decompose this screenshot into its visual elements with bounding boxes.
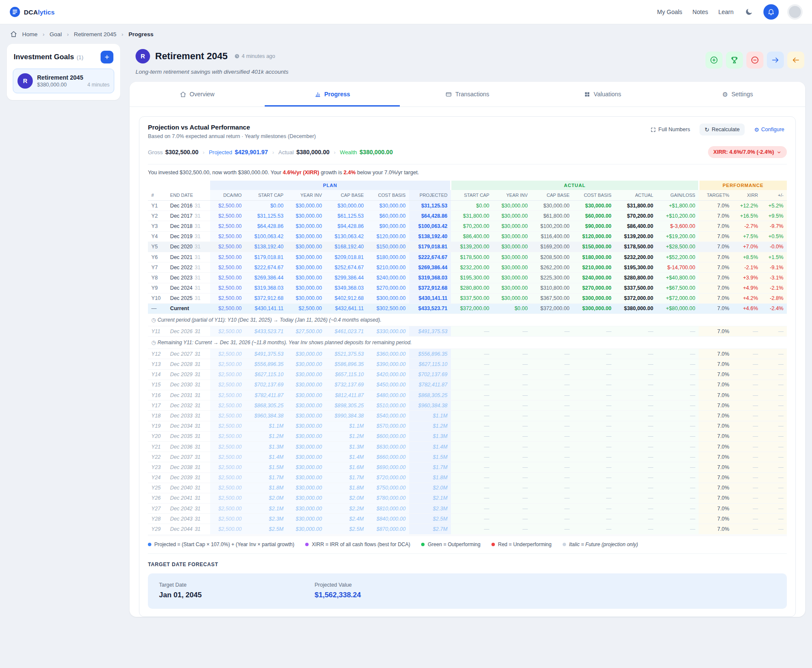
- nav-link-my-goals[interactable]: My Goals: [656, 7, 683, 17]
- configure-button[interactable]: ⚙ Configure: [751, 126, 787, 133]
- cell-cap-base: $2.2M: [325, 504, 367, 514]
- cell-row-number: Y27: [148, 504, 167, 514]
- withdraw-button[interactable]: [746, 52, 763, 69]
- breadcrumb-home[interactable]: Home: [22, 31, 38, 37]
- xirr-badge[interactable]: XIRR: 4.6%/7.0% (-2.4%): [708, 146, 787, 158]
- cell-start-cap: $1.7M: [245, 472, 287, 483]
- table-row-y29[interactable]: Y29Dec 204431$2,500.00$2.5M$30,000.00$2.…: [148, 524, 787, 534]
- moon-icon: [745, 8, 753, 16]
- cell-projected: $319,368.03: [409, 273, 451, 283]
- table-row-y11[interactable]: Y11Dec 202631$2,500.00$433,523.71$27,500…: [148, 326, 787, 337]
- cell-end-date: Dec 201631: [167, 201, 210, 211]
- expand-icon: [650, 127, 656, 132]
- cell-plus-minus: —: [761, 472, 787, 483]
- cell-gain-loss: —: [657, 441, 699, 452]
- table-row-y21[interactable]: Y21Dec 203631$2,500.00$1.3M$30,000.00$1.…: [148, 441, 787, 452]
- table-row-y16[interactable]: Y16Dec 203131$2,500.00$782,411.87$30,000…: [148, 390, 787, 400]
- cell-xirr: —: [733, 462, 762, 472]
- cell-dca-mo: $2,500.00: [210, 242, 245, 252]
- table-row-y1[interactable]: Y1Dec 201631$2,500.00$0.00$30,000.00$30,…: [148, 201, 787, 211]
- sidebar-goal-item-retirement-2045[interactable]: R Retirement 2045 $380,000.00 4 minutes: [13, 69, 114, 93]
- cell-actual: —: [615, 431, 656, 441]
- table-row-y8[interactable]: Y8Dec 202331$2,500.00$269,386.44$30,000.…: [148, 273, 787, 283]
- recalculate-button[interactable]: ↻ Recalculate: [699, 124, 745, 135]
- cell-year-inv: $30,000.00: [287, 493, 325, 503]
- cell-projected: $1.4M: [409, 441, 451, 452]
- tab-valuations[interactable]: Valuations: [535, 82, 670, 107]
- add-contribution-button[interactable]: [705, 52, 722, 69]
- goal-name: Retirement 2045: [37, 74, 110, 81]
- table-row-y12[interactable]: Y12Dec 202731$2,500.00$491,375.53$30,000…: [148, 349, 787, 359]
- table-row-y3[interactable]: Y3Dec 201831$2,500.00$64,428.86$30,000.0…: [148, 221, 787, 231]
- cell-xirr: —: [733, 504, 762, 514]
- home-icon[interactable]: [10, 31, 17, 37]
- cell-actual-start-cap: $280,800.00: [451, 283, 493, 293]
- cell-dca-mo: $2,500.00: [210, 369, 245, 380]
- target-date-forecast-panel: Target Date Jan 01, 2045 Projected Value…: [148, 573, 787, 609]
- table-row-y6[interactable]: Y6Dec 202131$2,500.00$179,018.81$30,000.…: [148, 252, 787, 262]
- add-goal-button[interactable]: [101, 51, 113, 63]
- table-row-y19[interactable]: Y19Dec 203431$2,500.00$1.1M$30,000.00$1.…: [148, 421, 787, 431]
- breadcrumb: Home › Goal › Retirement 2045 › Progress: [0, 24, 812, 43]
- table-row-y14[interactable]: Y14Dec 202931$2,500.00$627,115.10$30,000…: [148, 369, 787, 380]
- tab-progress[interactable]: Progress: [265, 82, 400, 107]
- cell-row-number: Y10: [148, 293, 167, 303]
- table-row-y25[interactable]: Y25Dec 204031$2,500.00$1.8M$30,000.00$1.…: [148, 483, 787, 493]
- table-row-y24[interactable]: Y24Dec 203931$2,500.00$1.7M$30,000.00$1.…: [148, 472, 787, 483]
- cell-start-cap: $2.5M: [245, 524, 287, 534]
- table-row-y18[interactable]: Y18Dec 203331$2,500.00$960,384.38$30,000…: [148, 411, 787, 421]
- cell-row-number: Y1: [148, 201, 167, 211]
- tab-overview[interactable]: Overview: [130, 82, 265, 107]
- cell-target-pct: 7.0%: [699, 221, 733, 231]
- tab-transactions[interactable]: Transactions: [400, 82, 535, 107]
- table-row-y28[interactable]: Y28Dec 204331$2,500.00$2.3M$30,000.00$2.…: [148, 514, 787, 524]
- cell-end-date: Dec 202831: [167, 359, 210, 369]
- cell-cap-base: $898,305.25: [325, 400, 367, 411]
- transfer-in-button[interactable]: [767, 52, 784, 69]
- cell-cost-basis: $840,000.00: [367, 514, 409, 524]
- table-row-current[interactable]: —Current$2,500.00$430,141.11$2,500.00$43…: [148, 303, 787, 314]
- table-row-y22[interactable]: Y22Dec 203731$2,500.00$1.4M$30,000.00$1.…: [148, 452, 787, 462]
- cell-plus-minus: —: [761, 483, 787, 493]
- table-row-y17[interactable]: Y17Dec 203231$2,500.00$868,305.25$30,000…: [148, 400, 787, 411]
- cell-actual-year-inv: —: [493, 514, 531, 524]
- table-row-y26[interactable]: Y26Dec 204131$2,500.00$2.0M$30,000.00$2.…: [148, 493, 787, 503]
- milestone-button[interactable]: [726, 52, 743, 69]
- cell-end-date: Dec 203131: [167, 390, 210, 400]
- dark-mode-toggle[interactable]: [743, 6, 755, 18]
- nav-link-notes[interactable]: Notes: [692, 7, 709, 17]
- cell-cap-base: $1.1M: [325, 421, 367, 431]
- transfer-out-button[interactable]: [787, 52, 804, 69]
- breadcrumb-goal[interactable]: Goal: [49, 31, 62, 37]
- cell-actual: —: [615, 472, 656, 483]
- table-row-y5[interactable]: Y5Dec 202031$2,500.00$138,192.40$30,000.…: [148, 242, 787, 252]
- purple-dot-icon: [305, 543, 309, 546]
- cell-gain-loss: +$28,500.00: [657, 242, 699, 252]
- cell-plus-minus: —: [761, 493, 787, 503]
- table-row-y9[interactable]: Y9Dec 202431$2,500.00$319,368.03$30,000.…: [148, 283, 787, 293]
- table-row-y10[interactable]: Y10Dec 202531$2,500.00$372,912.68$30,000…: [148, 293, 787, 303]
- cell-end-date: Dec 202631: [167, 326, 210, 337]
- table-row-y20[interactable]: Y20Dec 203531$2,500.00$1.2M$30,000.00$1.…: [148, 431, 787, 441]
- table-row-y13[interactable]: Y13Dec 202831$2,500.00$556,896.35$30,000…: [148, 359, 787, 369]
- cell-actual-year-inv: —: [493, 400, 531, 411]
- table-row-y7[interactable]: Y7Dec 202231$2,500.00$222,674.67$30,000.…: [148, 262, 787, 273]
- cell-plus-minus: —: [761, 504, 787, 514]
- table-row-y2[interactable]: Y2Dec 201731$2,500.00$31,125.53$30,000.0…: [148, 211, 787, 221]
- table-row-y27[interactable]: Y27Dec 204231$2,500.00$2.1M$30,000.00$2.…: [148, 504, 787, 514]
- breadcrumb-retirement-2045[interactable]: Retirement 2045: [74, 31, 116, 37]
- last-updated: 4 minutes ago: [234, 53, 275, 59]
- user-avatar[interactable]: [787, 4, 803, 20]
- cell-plus-minus: -2.8%: [761, 293, 787, 303]
- tab-settings[interactable]: ⚙ Settings: [670, 82, 805, 107]
- notifications-button[interactable]: [763, 4, 779, 20]
- nav-link-learn[interactable]: Learn: [717, 7, 734, 17]
- table-row-y23[interactable]: Y23Dec 203831$2,500.00$1.5M$30,000.00$1.…: [148, 462, 787, 472]
- table-row-y15[interactable]: Y15Dec 203031$2,500.00$702,137.69$30,000…: [148, 380, 787, 390]
- brand-logo[interactable]: DCAlytics: [9, 6, 55, 17]
- cell-target-pct: 7.0%: [699, 431, 733, 441]
- cell-plus-minus: —: [761, 369, 787, 380]
- cell-actual-cost-basis: —: [573, 462, 615, 472]
- table-row-y4[interactable]: Y4Dec 201931$2,500.00$100,063.42$30,000.…: [148, 231, 787, 242]
- full-numbers-button[interactable]: Full Numbers: [648, 126, 693, 133]
